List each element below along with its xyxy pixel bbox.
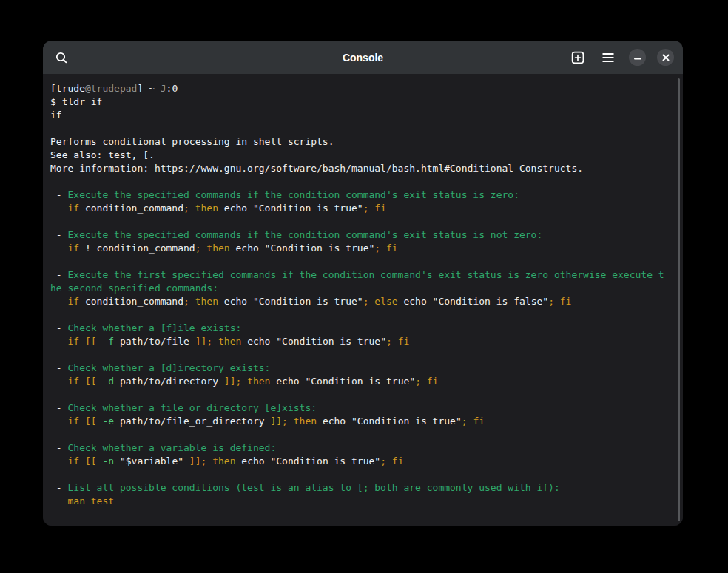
terminal-line <box>50 255 683 268</box>
new-tab-button[interactable] <box>568 48 587 67</box>
terminal-line: he second specified commands: <box>50 282 683 295</box>
terminal-line: More information: https://www.gnu.org/so… <box>50 162 683 175</box>
terminal-line: man test <box>50 495 683 508</box>
menu-icon <box>601 52 615 63</box>
terminal-line: - Check whether a [f]ile exists: <box>50 322 683 335</box>
terminal-line <box>50 308 683 322</box>
terminal-line: if [[ -d path/to/directory ]]; then echo… <box>50 375 683 388</box>
minimize-button[interactable] <box>629 49 646 66</box>
terminal-line <box>50 348 683 362</box>
header-controls <box>568 48 674 67</box>
terminal-line <box>50 122 683 135</box>
terminal-line <box>50 468 683 481</box>
minimize-icon <box>633 53 642 62</box>
close-icon <box>661 53 670 62</box>
scrollbar[interactable] <box>678 78 680 521</box>
terminal-line: if [[ -e path/to/file_or_directory ]]; t… <box>50 415 683 428</box>
terminal-line: if [[ -f path/to/file ]]; then echo "Con… <box>50 335 683 348</box>
terminal-line: if [[ -n "$variable" ]]; then echo "Cond… <box>50 455 683 468</box>
terminal-output[interactable]: [trude@trudepad] ~ J:0$ tldr ifif Perfor… <box>43 74 683 526</box>
header-bar: Console <box>43 41 683 74</box>
terminal-line: if condition_command; then echo "Conditi… <box>50 202 683 215</box>
terminal-line: - Execute the specified commands if the … <box>50 189 683 202</box>
terminal-line: Performs conditional processing in shell… <box>50 135 683 149</box>
menu-button[interactable] <box>599 48 618 67</box>
terminal-line: [trude@trudepad] ~ J:0 <box>50 82 683 95</box>
terminal-line: - Check whether a variable is defined: <box>50 441 683 455</box>
terminal-line: - List all possible conditions (test is … <box>50 481 683 495</box>
terminal-line: $ tldr if <box>50 95 683 109</box>
terminal-line <box>50 388 683 401</box>
close-button[interactable] <box>657 49 674 66</box>
terminal-line: if ! condition_command; then echo "Condi… <box>50 242 683 255</box>
terminal-line: if condition_command; then echo "Conditi… <box>50 295 683 308</box>
search-icon <box>55 51 68 64</box>
terminal-line <box>50 428 683 441</box>
terminal-line: - Execute the specified commands if the … <box>50 228 683 242</box>
terminal-line <box>50 215 683 228</box>
new-tab-icon <box>571 51 584 64</box>
search-button[interactable] <box>52 48 71 67</box>
terminal-line: - Execute the first specified commands i… <box>50 268 683 282</box>
terminal-line <box>50 175 683 189</box>
terminal-line: - Check whether a [d]irectory exists: <box>50 362 683 375</box>
console-window: Console <box>43 41 683 526</box>
terminal-line: - Check whether a file or directory [e]x… <box>50 401 683 415</box>
terminal-line: if <box>50 109 683 122</box>
terminal-line: See also: test, [. <box>50 149 683 162</box>
